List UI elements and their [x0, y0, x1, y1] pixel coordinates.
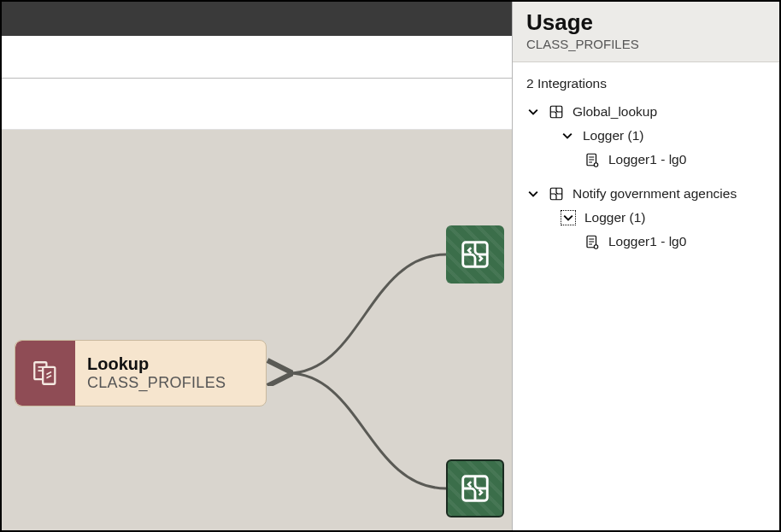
logger-icon	[584, 234, 600, 249]
tree-item-row[interactable]: Logger1 - lg0	[526, 230, 766, 254]
toolbar-strip-1	[2, 36, 512, 79]
connector-lines	[2, 130, 512, 530]
item-label: Logger1 - lg0	[608, 152, 686, 167]
integrations-count: 2 Integrations	[526, 76, 766, 91]
tree-integration-row[interactable]: Global_lookup	[526, 100, 766, 124]
svg-point-9	[594, 244, 598, 248]
svg-rect-1	[43, 367, 55, 384]
tree-group-row[interactable]: Logger (1)	[526, 206, 766, 230]
chevron-down-icon[interactable]	[561, 129, 574, 143]
usage-panel-header: Usage CLASS_PROFILES	[513, 2, 779, 62]
lookup-node-title: Lookup	[87, 354, 266, 374]
tree-item-row[interactable]: Logger1 - lg0	[526, 148, 766, 172]
lookup-node-subtitle: CLASS_PROFILES	[87, 374, 266, 392]
chevron-down-icon[interactable]	[526, 187, 540, 201]
svg-point-6	[594, 162, 598, 167]
tree-group-row[interactable]: Logger (1)	[526, 124, 766, 148]
lookup-icon	[15, 341, 75, 406]
lookup-node[interactable]: Lookup CLASS_PROFILES	[15, 340, 267, 406]
chevron-down-icon[interactable]	[526, 105, 540, 119]
integration-node-1[interactable]	[446, 225, 504, 284]
toolbar-strip-2	[2, 79, 512, 130]
usage-panel-title: Usage	[526, 10, 766, 35]
integration-name: Global_lookup	[573, 104, 657, 120]
chevron-down-icon[interactable]	[561, 210, 576, 225]
integration-name: Notify government agencies	[573, 186, 737, 202]
integration-icon	[549, 186, 564, 202]
usage-panel: Usage CLASS_PROFILES 2 Integrations Glob…	[512, 2, 779, 530]
integration-icon	[549, 104, 564, 120]
usage-panel-subtitle: CLASS_PROFILES	[526, 37, 766, 51]
usage-panel-body: 2 Integrations Global_lookup Logger (1) …	[513, 62, 779, 254]
group-label: Logger (1)	[584, 210, 646, 225]
tree-integration-row[interactable]: Notify government agencies	[526, 182, 766, 206]
item-label: Logger1 - lg0	[608, 234, 686, 249]
integration-node-2[interactable]	[446, 459, 504, 517]
diagram-canvas[interactable]: Lookup CLASS_PROFILES	[2, 130, 512, 530]
logger-icon	[584, 152, 600, 167]
group-label: Logger (1)	[583, 128, 644, 143]
